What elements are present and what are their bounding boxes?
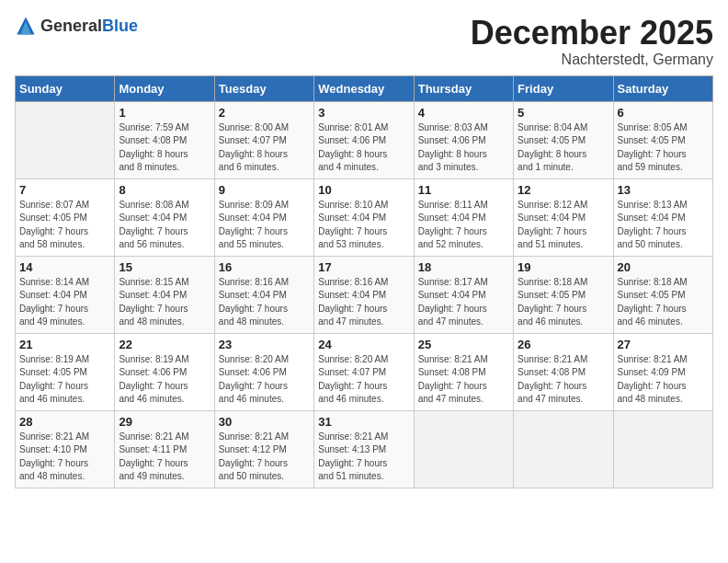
calendar-cell: 2Sunrise: 8:00 AM Sunset: 4:07 PM Daylig… [214,101,313,178]
calendar-cell: 11Sunrise: 8:11 AM Sunset: 4:04 PM Dayli… [414,178,513,256]
calendar-cell: 4Sunrise: 8:03 AM Sunset: 4:06 PM Daylig… [414,101,513,178]
title-block: December 2025 Nachterstedt, Germany [471,15,713,68]
day-info: Sunrise: 8:21 AM Sunset: 4:10 PM Dayligh… [19,431,110,484]
calendar-week-row: 14Sunrise: 8:14 AM Sunset: 4:04 PM Dayli… [16,256,713,333]
calendar-cell: 13Sunrise: 8:13 AM Sunset: 4:04 PM Dayli… [613,178,712,256]
day-info: Sunrise: 8:21 AM Sunset: 4:08 PM Dayligh… [518,353,609,407]
calendar-cell: 14Sunrise: 8:14 AM Sunset: 4:04 PM Dayli… [16,256,115,333]
day-number: 3 [318,106,409,120]
day-info: Sunrise: 8:16 AM Sunset: 4:04 PM Dayligh… [318,276,409,329]
logo: GeneralBlue [15,15,138,37]
day-info: Sunrise: 8:14 AM Sunset: 4:04 PM Dayligh… [19,276,110,329]
calendar-week-row: 28Sunrise: 8:21 AM Sunset: 4:10 PM Dayli… [16,410,713,488]
calendar-cell [514,410,613,488]
calendar-cell: 1Sunrise: 7:59 AM Sunset: 4:08 PM Daylig… [115,101,214,178]
logo-icon [15,15,37,37]
day-number: 6 [618,106,709,120]
calendar-cell: 23Sunrise: 8:20 AM Sunset: 4:06 PM Dayli… [214,333,313,410]
day-info: Sunrise: 8:21 AM Sunset: 4:13 PM Dayligh… [318,431,409,484]
day-number: 27 [618,338,709,351]
day-number: 4 [418,106,509,120]
day-number: 18 [418,260,509,274]
day-info: Sunrise: 8:03 AM Sunset: 4:06 PM Dayligh… [418,121,509,175]
calendar-cell: 3Sunrise: 8:01 AM Sunset: 4:06 PM Daylig… [314,101,414,178]
calendar-cell: 12Sunrise: 8:12 AM Sunset: 4:04 PM Dayli… [514,178,613,256]
calendar-cell: 15Sunrise: 8:15 AM Sunset: 4:04 PM Dayli… [115,256,214,333]
day-info: Sunrise: 8:12 AM Sunset: 4:04 PM Dayligh… [518,199,609,252]
calendar-cell: 6Sunrise: 8:05 AM Sunset: 4:05 PM Daylig… [613,101,712,178]
calendar-cell: 25Sunrise: 8:21 AM Sunset: 4:08 PM Dayli… [414,333,513,410]
calendar-cell: 7Sunrise: 8:07 AM Sunset: 4:05 PM Daylig… [16,178,115,256]
day-info: Sunrise: 7:59 AM Sunset: 4:08 PM Dayligh… [119,121,210,175]
day-info: Sunrise: 8:04 AM Sunset: 4:05 PM Dayligh… [518,121,609,175]
calendar-cell [613,410,712,488]
day-number: 24 [318,338,409,351]
calendar-cell: 10Sunrise: 8:10 AM Sunset: 4:04 PM Dayli… [314,178,414,256]
calendar-cell: 8Sunrise: 8:08 AM Sunset: 4:04 PM Daylig… [115,178,214,256]
day-number: 12 [518,183,609,197]
calendar-cell: 5Sunrise: 8:04 AM Sunset: 4:05 PM Daylig… [514,101,613,178]
calendar-cell: 28Sunrise: 8:21 AM Sunset: 4:10 PM Dayli… [16,410,115,488]
calendar-cell [16,101,115,178]
day-info: Sunrise: 8:15 AM Sunset: 4:04 PM Dayligh… [119,276,210,329]
day-info: Sunrise: 8:17 AM Sunset: 4:04 PM Dayligh… [418,276,509,329]
day-of-week-header: Monday [115,75,214,101]
day-number: 22 [119,338,210,351]
day-of-week-header: Wednesday [314,75,414,101]
calendar-cell: 31Sunrise: 8:21 AM Sunset: 4:13 PM Dayli… [314,410,414,488]
day-of-week-header: Friday [514,75,613,101]
day-number: 10 [318,183,409,197]
calendar-cell: 21Sunrise: 8:19 AM Sunset: 4:05 PM Dayli… [16,333,115,410]
day-of-week-header: Tuesday [214,75,313,101]
day-number: 16 [219,260,310,274]
day-info: Sunrise: 8:01 AM Sunset: 4:06 PM Dayligh… [318,121,409,175]
day-info: Sunrise: 8:11 AM Sunset: 4:04 PM Dayligh… [418,199,509,252]
day-number: 26 [518,338,609,351]
day-number: 23 [219,338,310,351]
location-title: Nachterstedt, Germany [471,52,713,68]
calendar-week-row: 1Sunrise: 7:59 AM Sunset: 4:08 PM Daylig… [16,101,713,178]
calendar-cell [414,410,513,488]
day-number: 14 [19,260,110,274]
day-number: 7 [19,183,110,197]
day-of-week-header: Sunday [16,75,115,101]
day-number: 25 [418,338,509,351]
day-number: 19 [518,260,609,274]
day-info: Sunrise: 8:19 AM Sunset: 4:05 PM Dayligh… [19,353,110,407]
day-number: 30 [219,415,310,429]
calendar-week-row: 21Sunrise: 8:19 AM Sunset: 4:05 PM Dayli… [16,333,713,410]
day-info: Sunrise: 8:21 AM Sunset: 4:08 PM Dayligh… [418,353,509,407]
logo-text-blue: Blue [102,17,138,35]
calendar-cell: 20Sunrise: 8:18 AM Sunset: 4:05 PM Dayli… [613,256,712,333]
day-number: 28 [19,415,110,429]
day-number: 31 [318,415,409,429]
calendar-cell: 24Sunrise: 8:20 AM Sunset: 4:07 PM Dayli… [314,333,414,410]
calendar-table: SundayMondayTuesdayWednesdayThursdayFrid… [15,75,713,488]
calendar-cell: 19Sunrise: 8:18 AM Sunset: 4:05 PM Dayli… [514,256,613,333]
calendar-week-row: 7Sunrise: 8:07 AM Sunset: 4:05 PM Daylig… [16,178,713,256]
day-number: 2 [219,106,310,120]
calendar-cell: 26Sunrise: 8:21 AM Sunset: 4:08 PM Dayli… [514,333,613,410]
calendar-cell: 22Sunrise: 8:19 AM Sunset: 4:06 PM Dayli… [115,333,214,410]
day-info: Sunrise: 8:19 AM Sunset: 4:06 PM Dayligh… [119,353,210,407]
days-header-row: SundayMondayTuesdayWednesdayThursdayFrid… [16,75,713,101]
day-of-week-header: Thursday [414,75,513,101]
logo-text-general: General [40,17,102,35]
day-info: Sunrise: 8:10 AM Sunset: 4:04 PM Dayligh… [318,199,409,252]
day-info: Sunrise: 8:21 AM Sunset: 4:12 PM Dayligh… [219,431,310,484]
day-number: 29 [119,415,210,429]
day-number: 11 [418,183,509,197]
day-number: 21 [19,338,110,351]
day-info: Sunrise: 8:21 AM Sunset: 4:11 PM Dayligh… [119,431,210,484]
day-info: Sunrise: 8:05 AM Sunset: 4:05 PM Dayligh… [618,121,709,175]
calendar-cell: 16Sunrise: 8:16 AM Sunset: 4:04 PM Dayli… [214,256,313,333]
day-info: Sunrise: 8:16 AM Sunset: 4:04 PM Dayligh… [219,276,310,329]
day-of-week-header: Saturday [613,75,712,101]
day-info: Sunrise: 8:07 AM Sunset: 4:05 PM Dayligh… [19,199,110,252]
calendar-cell: 27Sunrise: 8:21 AM Sunset: 4:09 PM Dayli… [613,333,712,410]
calendar-cell: 17Sunrise: 8:16 AM Sunset: 4:04 PM Dayli… [314,256,414,333]
day-info: Sunrise: 8:08 AM Sunset: 4:04 PM Dayligh… [119,199,210,252]
day-number: 20 [618,260,709,274]
month-title: December 2025 [471,15,713,52]
day-info: Sunrise: 8:00 AM Sunset: 4:07 PM Dayligh… [219,121,310,175]
